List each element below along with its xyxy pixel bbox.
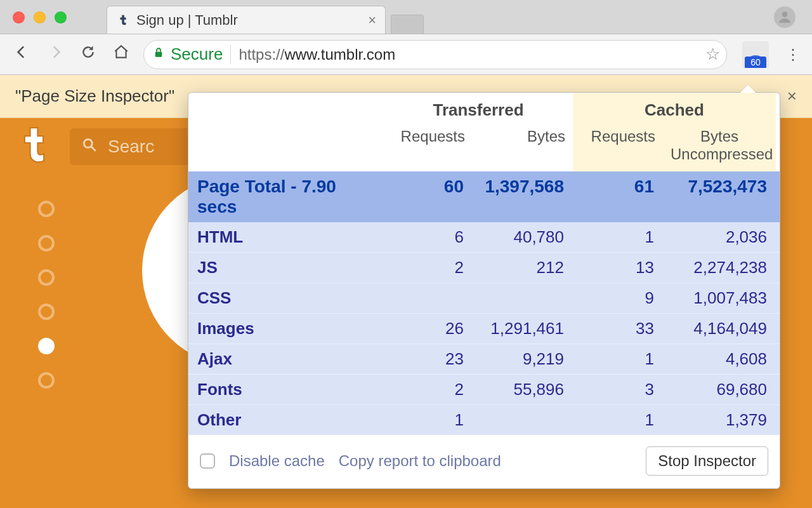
disable-cache-label[interactable]: Disable cache (229, 452, 325, 470)
stop-inspector-button[interactable]: Stop Inspector (646, 446, 768, 476)
group-transferred: Transferred (384, 93, 573, 124)
new-tab-button[interactable] (391, 15, 424, 34)
tab-title: Sign up | Tumblr (136, 12, 363, 29)
profile-button[interactable] (774, 6, 796, 28)
tumblr-nav-dots (38, 201, 55, 389)
total-t-requests: 60 (384, 171, 473, 222)
row-c-bytes: 4,608 (663, 344, 776, 374)
window-close-button[interactable] (13, 11, 25, 23)
page-size-inspector-extension-button[interactable]: 60 (742, 41, 769, 68)
row-t-requests: 2 (384, 253, 473, 283)
nav-dot[interactable] (38, 304, 55, 320)
total-label: Page Total - 7.90 secs (188, 171, 384, 222)
url-protocol: https:// (239, 46, 284, 64)
inspector-row: Images261,291,461334,164,049 (188, 313, 780, 344)
home-button[interactable] (110, 44, 132, 65)
nav-dot-active[interactable] (38, 338, 55, 354)
row-t-requests: 1 (384, 405, 473, 435)
inspector-popup: Transferred Cached Requests Bytes Reques… (188, 92, 780, 489)
search-placeholder: Searc (108, 137, 154, 157)
row-label: HTML (188, 222, 384, 252)
row-t-bytes (473, 405, 573, 435)
row-c-requests: 9 (573, 283, 663, 313)
row-t-requests: 23 (384, 344, 473, 374)
disable-cache-checkbox[interactable] (200, 453, 215, 469)
window-minimize-button[interactable] (34, 11, 46, 23)
row-t-bytes: 55,896 (473, 375, 573, 404)
col-cached-requests: Requests (573, 124, 663, 171)
total-t-bytes: 1,397,568 (473, 171, 573, 222)
row-label: JS (188, 253, 384, 283)
inspector-row: Ajax239,21914,608 (188, 344, 780, 374)
svg-rect-1 (155, 52, 162, 57)
address-bar[interactable]: Secure https:// www.tumblr.com ☆ (143, 40, 727, 69)
row-t-bytes: 40,780 (473, 222, 573, 252)
row-label: Images (188, 314, 384, 344)
separator (230, 45, 231, 64)
url-host: www.tumblr.com (284, 46, 395, 64)
row-c-bytes: 1,007,483 (663, 283, 776, 313)
row-t-requests: 2 (384, 375, 473, 404)
inspector-total-row: Page Total - 7.90 secs 60 1,397,568 61 7… (188, 171, 780, 222)
row-label: CSS (188, 283, 384, 313)
row-c-requests: 1 (573, 222, 663, 252)
window-zoom-button[interactable] (55, 11, 67, 23)
tab-close-icon[interactable]: × (368, 12, 376, 29)
browser-tab[interactable]: Sign up | Tumblr × (107, 6, 386, 34)
inspector-row: Fonts255,896369,680 (188, 374, 780, 404)
total-c-bytes: 7,523,473 (663, 171, 776, 222)
inspector-row: JS2212132,274,238 (188, 252, 780, 283)
search-icon (81, 137, 98, 157)
chrome-menu-button[interactable]: ⋮ (785, 46, 801, 64)
total-c-requests: 61 (573, 171, 663, 222)
row-t-bytes (473, 283, 573, 313)
bookmark-star-icon[interactable]: ☆ (699, 44, 720, 64)
col-transferred-requests: Requests (384, 124, 473, 171)
row-c-requests: 33 (573, 314, 663, 344)
inspector-subheaders: Requests Bytes Requests Bytes Uncompress… (188, 124, 780, 171)
row-c-bytes: 69,680 (663, 375, 776, 404)
inspector-row: Other111,379 (188, 404, 780, 435)
row-t-bytes: 9,219 (473, 344, 573, 374)
notification-close-icon[interactable]: × (787, 86, 797, 106)
tumblr-favicon-icon (116, 13, 130, 27)
svg-point-2 (84, 139, 92, 147)
tumblr-logo-icon[interactable] (18, 126, 51, 167)
window-controls (13, 11, 67, 23)
secure-label: Secure (171, 44, 223, 64)
titlebar: Sign up | Tumblr × (0, 0, 812, 34)
row-c-requests: 1 (573, 405, 663, 435)
browser-window: Sign up | Tumblr × Secure http (0, 0, 812, 508)
row-t-requests (384, 283, 473, 313)
row-c-bytes: 1,379 (663, 405, 776, 435)
nav-dot[interactable] (38, 372, 55, 389)
row-c-requests: 3 (573, 375, 663, 404)
row-c-requests: 1 (573, 344, 663, 374)
copy-report-link[interactable]: Copy report to clipboard (339, 452, 501, 470)
tabstrip: Sign up | Tumblr × (107, 6, 424, 34)
row-label: Ajax (188, 344, 384, 374)
nav-dot[interactable] (38, 201, 55, 217)
forward-button[interactable] (44, 44, 66, 65)
svg-line-3 (91, 147, 96, 151)
notification-text: "Page Size Inspector" (15, 86, 174, 106)
inspector-footer: Disable cache Copy report to clipboard S… (188, 435, 780, 488)
row-c-requests: 13 (573, 253, 663, 283)
row-label: Fonts (188, 375, 384, 404)
group-cached: Cached (573, 93, 776, 124)
row-c-bytes: 4,164,049 (663, 314, 776, 344)
row-label: Other (188, 405, 384, 435)
inspector-row: HTML640,78012,036 (188, 222, 780, 252)
row-t-bytes: 1,291,461 (473, 314, 573, 344)
back-button[interactable] (11, 44, 33, 65)
nav-dot[interactable] (38, 269, 55, 286)
row-c-bytes: 2,274,238 (663, 253, 776, 283)
lock-icon (153, 46, 164, 62)
inspector-row: CSS91,007,483 (188, 283, 780, 313)
reload-button[interactable] (77, 44, 99, 65)
toolbar: Secure https:// www.tumblr.com ☆ 60 ⋮ (0, 34, 812, 75)
row-t-bytes: 212 (473, 253, 573, 283)
extension-badge: 60 (745, 57, 766, 68)
nav-dot[interactable] (38, 235, 55, 251)
row-c-bytes: 2,036 (663, 222, 776, 252)
